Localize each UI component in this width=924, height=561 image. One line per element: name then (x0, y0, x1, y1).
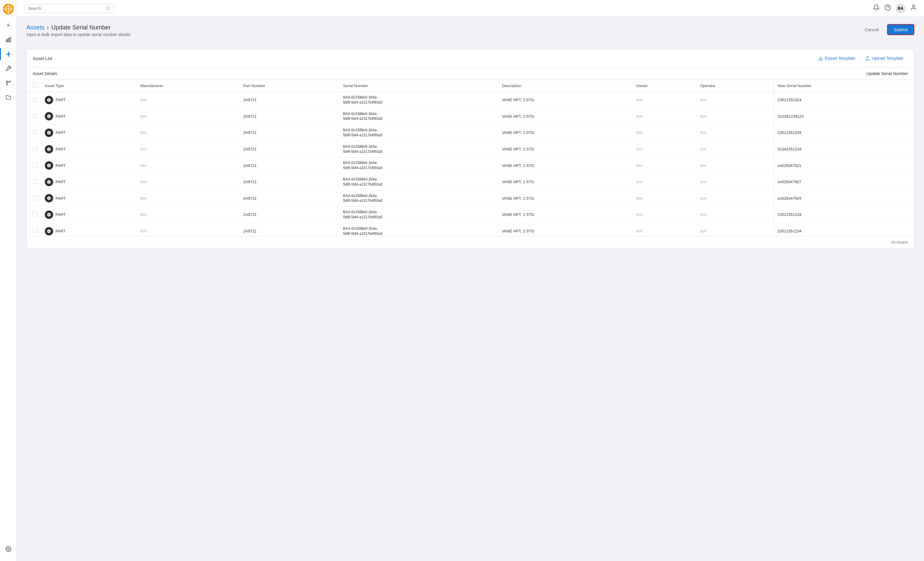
row-operator: N/A (696, 223, 774, 236)
row-checkbox[interactable] (33, 97, 38, 102)
folder-icon[interactable] (2, 91, 14, 103)
row-checkbox[interactable] (33, 114, 38, 118)
asset-type-icon (45, 227, 53, 236)
row-checkbox-cell[interactable] (27, 124, 41, 141)
row-description: VANE HPT, 2 STG (498, 223, 633, 236)
search-icon (106, 6, 110, 11)
row-manufacturer: N/A (136, 158, 239, 174)
select-all-checkbox[interactable] (33, 83, 38, 88)
tool-icon[interactable] (2, 63, 14, 75)
row-part-number: 2A9721 (239, 223, 339, 236)
asset-type-icon (45, 145, 53, 153)
table-row: PART N/A 2A9721 BAA-0c3388e0-2b4a-5bf8-5… (27, 190, 914, 207)
row-new-serial: sn029347927 (774, 174, 914, 190)
topbar: BA (17, 0, 924, 17)
row-serial-number: BAA-0c3388e0-2b4a-5bf8-5bf4-a1517b4f93a5 (339, 223, 498, 236)
search-box[interactable] (24, 4, 114, 13)
asset-type-icon (45, 129, 53, 137)
row-owner: N/A (633, 124, 696, 141)
select-all-header[interactable] (27, 80, 41, 92)
user-badge[interactable]: BA (896, 4, 905, 13)
row-new-serial: 51342351234 (774, 141, 914, 158)
breadcrumb-separator: › (47, 24, 49, 31)
submit-button[interactable]: Submit (887, 24, 914, 35)
asset-type-icon (45, 194, 53, 202)
row-operator: N/A (696, 190, 774, 207)
chart-icon[interactable] (2, 34, 14, 46)
row-operator: N/A (696, 124, 774, 141)
row-serial-number: BAA-0c3388e0-2b4a-5bf8-5bf4-a1517b4f93a5 (339, 92, 498, 108)
row-new-serial: 312351234123 (774, 108, 914, 124)
row-checkbox[interactable] (33, 195, 38, 200)
row-manufacturer: N/A (136, 141, 239, 158)
branch-icon[interactable] (2, 77, 14, 89)
row-checkbox-cell[interactable] (27, 223, 41, 236)
row-owner: N/A (633, 141, 696, 158)
row-checkbox[interactable] (33, 212, 38, 216)
row-asset-type: PART (41, 190, 136, 207)
row-asset-type: PART (41, 158, 136, 174)
account-icon[interactable] (910, 4, 917, 12)
export-label: Export Template (825, 56, 855, 61)
row-new-serial: sn029347921 (774, 158, 914, 174)
settings-icon[interactable] (2, 543, 14, 555)
col-operator: Operator (696, 80, 774, 92)
page-header-left: Assets › Update Serial Number Input or b… (26, 24, 130, 43)
row-checkbox[interactable] (33, 179, 38, 184)
row-serial-number: BAA-0c3388e0-2b4a-5bf8-5bf4-a1517b4f93a5 (339, 108, 498, 124)
topbar-right: BA (873, 4, 917, 13)
row-checkbox-cell[interactable] (27, 190, 41, 207)
row-new-serial: 23512351324 (774, 92, 914, 108)
table-wrapper[interactable]: Asset Type Manufacturer Part Number Seri… (27, 80, 914, 236)
notification-icon[interactable] (873, 4, 879, 12)
row-checkbox-cell[interactable] (27, 141, 41, 158)
row-description: VANE HPT, 2 STG (498, 207, 633, 223)
row-serial-number: BAA-0c3388e0-2b4a-5bf8-5bf4-a1517b4f93a5 (339, 207, 498, 223)
export-template-button[interactable]: Export Template (813, 54, 860, 63)
main-wrapper: BA Assets › Update Serial Number Input o… (17, 0, 924, 561)
plane-icon[interactable] (0, 48, 16, 60)
add-icon[interactable]: + (2, 19, 14, 31)
download-icon (818, 56, 823, 61)
table-body: PART N/A 2A9721 BAA-0c3388e0-2b4a-5bf8-5… (27, 92, 914, 236)
row-operator: N/A (696, 108, 774, 124)
svg-point-11 (106, 7, 110, 10)
asset-type-icon (45, 112, 53, 120)
row-checkbox-cell[interactable] (27, 174, 41, 190)
table-row: PART N/A 2A9721 BAA-0c3388e0-2b4a-5bf8-5… (27, 174, 914, 190)
section-asset-details: Asset Details (33, 71, 57, 76)
row-asset-type: PART (41, 207, 136, 223)
asset-type-icon (45, 210, 53, 219)
row-manufacturer: N/A (136, 207, 239, 223)
row-part-number: 2A9721 (239, 207, 339, 223)
row-checkbox-cell[interactable] (27, 92, 41, 108)
row-checkbox-cell[interactable] (27, 108, 41, 124)
row-checkbox[interactable] (33, 146, 38, 151)
row-checkbox[interactable] (33, 130, 38, 135)
search-input[interactable] (28, 6, 104, 11)
help-icon[interactable] (884, 4, 891, 12)
row-checkbox-cell[interactable] (27, 158, 41, 174)
row-asset-type: PART (41, 108, 136, 124)
row-description: VANE HPT, 2 STG (498, 108, 633, 124)
row-checkbox[interactable] (33, 228, 38, 233)
app-logo[interactable] (3, 4, 14, 14)
sidebar-bottom (2, 543, 14, 557)
table-row: PART N/A 2A9721 BAA-0c3388e0-2b4a-5bf8-5… (27, 92, 914, 108)
upload-template-button[interactable]: Upload Template (860, 54, 908, 63)
sidebar: + (0, 0, 17, 561)
row-checkbox[interactable] (33, 163, 38, 168)
svg-point-9 (6, 84, 7, 85)
asset-type-icon (45, 161, 53, 170)
row-manufacturer: N/A (136, 92, 239, 108)
col-manufacturer: Manufacturer (136, 80, 239, 92)
row-manufacturer: N/A (136, 223, 239, 236)
row-asset-type: PART (41, 92, 136, 108)
cancel-button[interactable]: Cancel (860, 25, 884, 34)
breadcrumb-assets-link[interactable]: Assets (26, 24, 45, 31)
asset-list-card: Asset List Export Template Upload Templa… (26, 49, 914, 248)
table-row: PART N/A 2A9721 BAA-0c3388e0-2b4a-5bf8-5… (27, 207, 914, 223)
header-actions: Cancel Submit (860, 24, 914, 35)
row-asset-type: PART (41, 174, 136, 190)
row-checkbox-cell[interactable] (27, 207, 41, 223)
